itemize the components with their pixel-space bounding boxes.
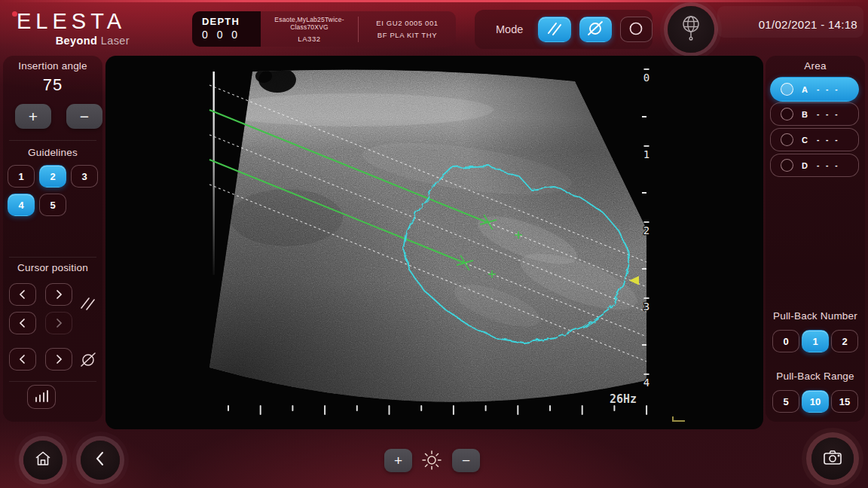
circle-icon bbox=[626, 19, 646, 41]
left-sidebar: Insertion angle 75 + − Guidelines 12345 … bbox=[3, 56, 102, 422]
right-sidebar: Area A- - -B- - -C- - -D- - - Pull-Back … bbox=[766, 56, 865, 422]
mode-selector: Mode bbox=[475, 10, 653, 49]
insertion-angle-decrease-button[interactable]: − bbox=[66, 104, 102, 129]
area-label: A bbox=[802, 85, 812, 94]
diagonal-lines-icon bbox=[546, 20, 564, 40]
brightness-icon bbox=[419, 447, 445, 473]
mode-guidelines-button[interactable] bbox=[538, 17, 570, 42]
guidelines-option-3[interactable]: 3 bbox=[71, 165, 98, 188]
brand-logo: ELESTA Beyond Laser bbox=[17, 9, 130, 47]
insertion-angle-value: 75 bbox=[3, 75, 102, 95]
area-circle-icon bbox=[781, 159, 793, 172]
camera-icon bbox=[822, 447, 843, 470]
divider bbox=[9, 381, 96, 382]
guidelines-option-4[interactable]: 4 bbox=[8, 194, 35, 216]
cursor-area-forward-button[interactable] bbox=[45, 348, 72, 371]
area-value: - - - bbox=[817, 136, 840, 144]
area-circle-icon bbox=[781, 133, 793, 146]
brand-name: ELESTA bbox=[17, 9, 130, 34]
svg-text:1: 1 bbox=[643, 148, 649, 160]
area-row-B[interactable]: B- - - bbox=[770, 102, 859, 126]
guidelines-option-5[interactable]: 5 bbox=[39, 194, 66, 216]
back-button[interactable] bbox=[81, 441, 120, 480]
pullback-number-option-1[interactable]: 1 bbox=[802, 330, 829, 352]
area-row-D[interactable]: D- - - bbox=[770, 154, 859, 177]
tagline-light: Laser bbox=[101, 35, 130, 47]
mode-circle-button[interactable] bbox=[620, 17, 653, 42]
svg-text:26Hz: 26Hz bbox=[610, 392, 637, 406]
cursor-guideline2-forward-button[interactable] bbox=[45, 312, 72, 334]
device-kit: BF PLA KIT THY bbox=[359, 31, 456, 39]
area-row-C[interactable]: C- - - bbox=[770, 128, 859, 151]
crossed-circle-icon bbox=[78, 350, 98, 370]
ultrasound-display: 0123426Hz bbox=[105, 56, 763, 429]
pullback-number-title: Pull-Back Number bbox=[766, 310, 865, 322]
mode-crossed-circle-button[interactable] bbox=[579, 17, 612, 42]
depth-display: DEPTH 0 0 0 bbox=[192, 11, 261, 47]
svg-text:3: 3 bbox=[643, 300, 649, 313]
area-label: C bbox=[802, 136, 812, 145]
home-icon bbox=[33, 449, 53, 471]
area-label: B bbox=[802, 110, 812, 119]
histogram-button[interactable] bbox=[27, 385, 56, 409]
insertion-angle-increase-button[interactable]: + bbox=[15, 104, 51, 129]
guidelines-title: Guidelines bbox=[3, 147, 102, 158]
brand-tagline: Beyond Laser bbox=[17, 35, 130, 47]
ultrasound-image: 0123426Hz bbox=[105, 56, 763, 429]
guidelines-option-2[interactable]: 2 bbox=[39, 165, 66, 188]
cursor-guideline1-back-button[interactable] bbox=[9, 283, 36, 306]
divider bbox=[9, 257, 96, 258]
pullback-range-title: Pull-Back Range bbox=[766, 371, 865, 382]
area-label: D bbox=[802, 161, 812, 170]
device-info: Esaote,MyLab25Twice-Class70XVG LA332 EI … bbox=[261, 11, 456, 47]
pullback-range-option-10[interactable]: 10 bbox=[802, 390, 829, 413]
svg-text:2: 2 bbox=[643, 224, 649, 236]
zoom-in-button[interactable]: + bbox=[384, 449, 412, 472]
device-serial: EI GU2 0005 001 bbox=[359, 19, 456, 27]
pullback-number-option-2[interactable]: 2 bbox=[831, 330, 858, 352]
cursor-area-back-button[interactable] bbox=[9, 348, 36, 371]
mode-label: Mode bbox=[496, 23, 523, 35]
device-info-right: EI GU2 0005 001 BF PLA KIT THY bbox=[359, 19, 456, 39]
pullback-range-option-15[interactable]: 15 bbox=[831, 390, 858, 413]
device-probe: LA332 bbox=[261, 35, 358, 43]
guidelines-option-1[interactable]: 1 bbox=[8, 165, 35, 188]
area-value: - - - bbox=[817, 161, 840, 169]
area-circle-icon bbox=[781, 108, 793, 120]
pullback-range-option-5[interactable]: 5 bbox=[772, 390, 799, 413]
insertion-angle-title: Insertion angle bbox=[3, 60, 102, 72]
home-button[interactable] bbox=[23, 441, 63, 480]
chevron-left-icon bbox=[93, 450, 108, 471]
zoom-out-button[interactable]: − bbox=[452, 449, 480, 472]
pullback-number-option-0[interactable]: 0 bbox=[772, 330, 799, 352]
area-title: Area bbox=[766, 60, 865, 72]
area-circle-icon bbox=[781, 83, 793, 96]
divider bbox=[9, 140, 96, 141]
guideline-lines-icon bbox=[78, 294, 98, 312]
app-screen: ELESTA Beyond Laser DEPTH 0 0 0 Esaote,M… bbox=[0, 0, 868, 488]
svg-text:4: 4 bbox=[643, 377, 649, 389]
area-value: - - - bbox=[817, 110, 840, 118]
depth-label: DEPTH bbox=[202, 16, 261, 27]
cursor-guideline2-back-button[interactable] bbox=[9, 312, 36, 334]
crossed-circle-icon bbox=[585, 19, 605, 41]
datetime-display: 01/02/2021 - 14:18 bbox=[692, 18, 857, 31]
svg-text:0: 0 bbox=[643, 72, 649, 84]
device-model: Esaote,MyLab25Twice-Class70XVG bbox=[261, 16, 358, 31]
area-row-A[interactable]: A- - - bbox=[770, 77, 859, 102]
cursor-position-title: Cursor position bbox=[3, 262, 102, 273]
depth-value: 0 0 0 bbox=[202, 29, 261, 41]
tagline-bold: Beyond bbox=[56, 35, 98, 47]
cursor-guideline1-forward-button[interactable] bbox=[45, 283, 72, 306]
snapshot-button[interactable] bbox=[811, 438, 854, 480]
brand-dot-icon bbox=[12, 11, 17, 17]
bar-chart-icon bbox=[33, 389, 50, 406]
area-value: - - - bbox=[817, 85, 840, 93]
device-info-left: Esaote,MyLab25Twice-Class70XVG LA332 bbox=[261, 16, 358, 43]
